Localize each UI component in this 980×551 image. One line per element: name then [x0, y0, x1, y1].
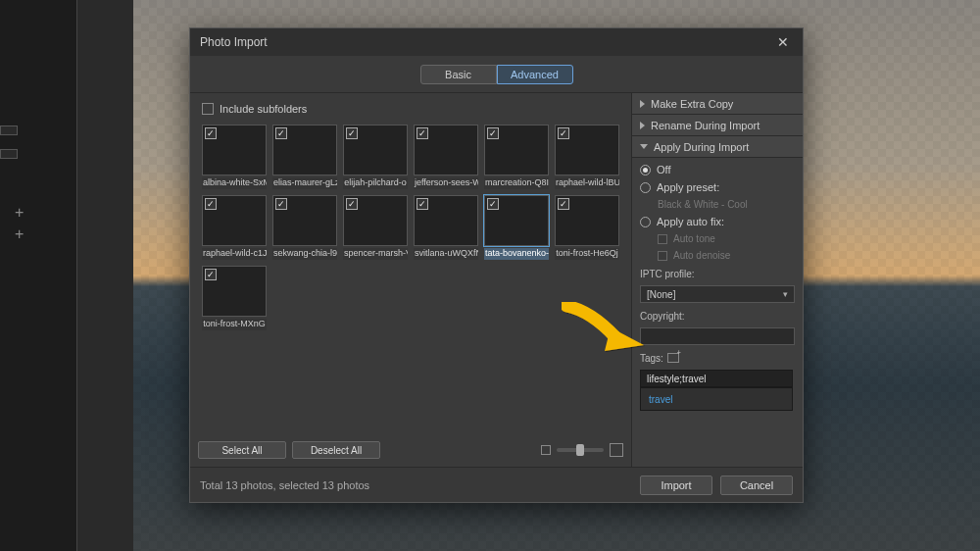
- plus-icon[interactable]: +: [15, 204, 24, 222]
- panel-chip: [0, 149, 18, 159]
- close-icon[interactable]: ✕: [773, 34, 793, 50]
- checkmark-icon[interactable]: [275, 198, 287, 210]
- thumbnail[interactable]: albina-white-SxM: [202, 125, 267, 189]
- checkmark-icon[interactable]: [416, 198, 428, 210]
- copyright-label: Copyright:: [640, 311, 795, 322]
- checkmark-icon[interactable]: [346, 198, 358, 210]
- checkmark-icon[interactable]: [487, 127, 499, 139]
- iptc-profile-dropdown[interactable]: [None]: [640, 285, 795, 303]
- tags-suggestion-dropdown[interactable]: travel: [640, 387, 793, 411]
- radio-label: Off: [657, 164, 670, 175]
- checkmark-icon[interactable]: [558, 127, 569, 139]
- photo-import-dialog: Photo Import ✕ Basic Advanced Include su…: [189, 27, 804, 503]
- thumbnail-label: toni-frost-He6Qj: [555, 248, 619, 260]
- checkmark-icon[interactable]: [558, 198, 569, 210]
- thumbnail[interactable]: raphael-wild-lBU: [555, 125, 619, 189]
- auto-denoise-label: Auto denoise: [673, 250, 730, 261]
- radio-label: Apply preset:: [657, 181, 719, 193]
- tags-add-icon[interactable]: [667, 353, 679, 363]
- auto-tone-row[interactable]: Auto tone: [658, 233, 795, 244]
- thumbnail[interactable]: svitlana-uWQXfN: [414, 195, 478, 260]
- thumbnail-label: marcreation-Q8I: [484, 177, 549, 189]
- thumbnail-label: tata-bovanenko-: [484, 248, 549, 260]
- radio-icon[interactable]: [640, 165, 651, 175]
- tab-basic[interactable]: Basic: [420, 65, 497, 84]
- slider-track[interactable]: [557, 448, 604, 452]
- section-label: Make Extra Copy: [651, 98, 733, 110]
- section-rename-during-import[interactable]: Rename During Import: [632, 115, 803, 136]
- section-make-extra-copy[interactable]: Make Extra Copy: [632, 93, 803, 115]
- include-subfolders-checkbox[interactable]: [202, 103, 214, 115]
- copyright-input[interactable]: [640, 327, 795, 345]
- checkmark-icon[interactable]: [205, 127, 217, 139]
- thumbnail[interactable]: jefferson-sees-W: [414, 125, 478, 189]
- dialog-title: Photo Import: [200, 35, 268, 49]
- slider-thumb[interactable]: [576, 444, 584, 456]
- radio-off[interactable]: Off: [640, 164, 795, 175]
- dialog-titlebar: Photo Import ✕: [190, 28, 803, 56]
- auto-tone-label: Auto tone: [673, 233, 715, 244]
- thumbnail-label: elias-maurer-gLz: [272, 177, 337, 189]
- thumbnail[interactable]: toni-frost-MXnG: [202, 266, 267, 330]
- tab-advanced[interactable]: Advanced: [497, 65, 573, 84]
- thumbnail[interactable]: elias-maurer-gLz: [272, 125, 337, 189]
- dialog-footer: Total 13 photos, selected 13 photos Impo…: [190, 467, 803, 502]
- thumbnail[interactable]: toni-frost-He6Qj: [555, 195, 619, 260]
- include-subfolders-label: Include subfolders: [220, 103, 307, 115]
- checkmark-icon[interactable]: [205, 269, 217, 280]
- app-left-panel-2: [76, 0, 133, 551]
- checkmark-icon[interactable]: [205, 198, 217, 210]
- panel-chip: [0, 125, 18, 135]
- radio-apply-preset[interactable]: Apply preset:: [640, 181, 795, 193]
- status-text: Total 13 photos, selected 13 photos: [200, 479, 369, 491]
- chevron-down-icon: [640, 144, 648, 149]
- thumbnail-label: jefferson-sees-W: [414, 177, 478, 189]
- radio-icon[interactable]: [640, 182, 651, 193]
- checkmark-icon[interactable]: [487, 198, 499, 210]
- checkbox-icon[interactable]: [658, 234, 667, 244]
- gallery-panel: Include subfolders albina-white-SxM elia…: [190, 93, 631, 467]
- app-left-panel: + +: [0, 0, 76, 551]
- checkbox-icon[interactable]: [658, 251, 667, 261]
- thumbnail-grid: albina-white-SxM elias-maurer-gLz elijah…: [198, 121, 623, 330]
- radio-apply-auto-fix[interactable]: Apply auto fix:: [640, 216, 795, 227]
- import-button[interactable]: Import: [640, 476, 712, 495]
- tab-row: Basic Advanced: [190, 56, 803, 93]
- iptc-value: [None]: [647, 289, 675, 300]
- plus-icon[interactable]: +: [15, 225, 24, 243]
- checkmark-icon[interactable]: [416, 127, 428, 139]
- thumbnail-size-slider[interactable]: [541, 443, 623, 457]
- thumbnail-label: svitlana-uWQXfN: [414, 248, 478, 260]
- select-all-button[interactable]: Select All: [198, 441, 286, 459]
- thumbnail[interactable]: spencer-marsh-V: [343, 195, 408, 260]
- tags-input[interactable]: lifestyle;travel travel: [640, 370, 793, 387]
- thumbnail[interactable]: elijah-pilchard-o: [343, 125, 408, 189]
- settings-panel: Make Extra Copy Rename During Import App…: [631, 93, 803, 467]
- thumbnail-label: elijah-pilchard-o: [343, 177, 408, 189]
- auto-denoise-row[interactable]: Auto denoise: [658, 250, 795, 261]
- iptc-profile-label: IPTC profile:: [640, 269, 795, 279]
- chevron-right-icon: [640, 122, 645, 129]
- section-label: Apply During Import: [654, 141, 749, 153]
- thumbnail[interactable]: sekwang-chia-l9: [272, 195, 337, 260]
- thumbnail-label: spencer-marsh-V: [343, 248, 408, 260]
- checkmark-icon[interactable]: [275, 127, 287, 139]
- cancel-button[interactable]: Cancel: [720, 476, 793, 495]
- radio-icon[interactable]: [640, 217, 651, 227]
- thumb-small-icon: [541, 445, 551, 455]
- thumbnail[interactable]: tata-bovanenko-: [484, 195, 549, 260]
- suggestion-item[interactable]: travel: [649, 394, 672, 405]
- deselect-all-button[interactable]: Deselect All: [292, 441, 380, 459]
- thumbnail[interactable]: marcreation-Q8I: [484, 125, 549, 189]
- chevron-right-icon: [640, 100, 645, 108]
- radio-label: Apply auto fix:: [657, 216, 724, 227]
- checkmark-icon[interactable]: [346, 127, 358, 139]
- tags-label: Tags:: [640, 353, 663, 364]
- thumbnail-label: raphael-wild-c1J: [202, 248, 267, 260]
- section-apply-during-import[interactable]: Apply During Import: [632, 136, 803, 158]
- thumb-large-icon: [610, 443, 623, 457]
- thumbnail-label: albina-white-SxM: [202, 177, 267, 189]
- thumbnail-label: toni-frost-MXnG: [202, 319, 267, 330]
- preset-value: Black & White - Cool: [658, 199, 795, 210]
- thumbnail[interactable]: raphael-wild-c1J: [202, 195, 267, 260]
